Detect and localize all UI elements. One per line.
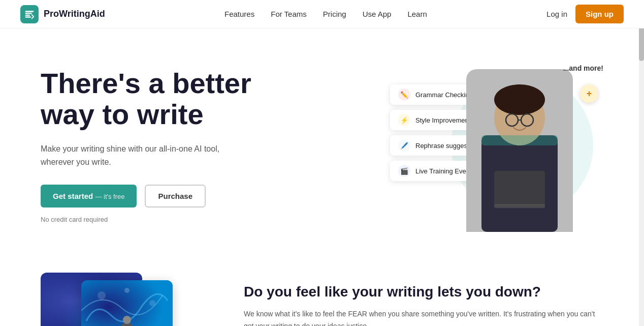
scrollbar-track[interactable] (639, 0, 644, 326)
nav-actions: Log in Sign up (546, 5, 624, 23)
training-icon: 🎬 (398, 165, 410, 177)
svg-point-11 (124, 288, 130, 293)
svg-point-14 (123, 316, 131, 324)
plus-badge: + (580, 84, 598, 103)
hero-right: ✏️ Grammar Checking ⚡ Style Improvements… (390, 59, 603, 232)
hero-buttons: Get started — it's free Purchase (41, 185, 251, 208)
starry-card-front: My idea in my head (81, 280, 173, 326)
login-button[interactable]: Log in (546, 10, 567, 18)
hero-subtitle: Make your writing shine with our all-in-… (41, 142, 244, 168)
logo-icon (20, 5, 39, 23)
nav-for-teams[interactable]: For Teams (271, 10, 307, 18)
nav-features[interactable]: Features (224, 10, 254, 18)
hero-title: There's a better way to write (41, 68, 251, 130)
svg-rect-3 (494, 171, 545, 206)
no-credit-text: No credit card required (41, 216, 251, 223)
svg-rect-8 (481, 135, 558, 145)
second-section: My idea in my head Do you feel like your… (0, 252, 644, 326)
signup-button[interactable]: Sign up (575, 5, 624, 23)
nav-links: Features For Teams Pricing Use App Learn (224, 10, 427, 19)
style-icon: ⚡ (398, 114, 410, 126)
person-silhouette (466, 69, 573, 232)
logo-text: ProWritingAid (44, 9, 105, 19)
svg-rect-4 (494, 204, 545, 208)
svg-point-12 (149, 300, 155, 306)
svg-point-10 (98, 291, 106, 300)
nav-learn[interactable]: Learn (407, 10, 427, 18)
hero-left: There's a better way to write Make your … (41, 68, 251, 223)
nav-use-app[interactable]: Use App (363, 10, 392, 18)
and-more-text: ...and more! (563, 64, 603, 72)
purchase-button[interactable]: Purchase (145, 185, 206, 208)
get-started-button[interactable]: Get started — it's free (41, 185, 137, 208)
svg-point-2 (494, 84, 545, 115)
second-right-text: Do you feel like your writing lets you d… (244, 273, 603, 326)
second-title: Do you feel like your writing lets you d… (244, 283, 603, 301)
hero-person-illustration (466, 69, 573, 232)
hero-section: There's a better way to write Make your … (0, 28, 644, 252)
nav-pricing[interactable]: Pricing (323, 10, 346, 18)
rephrase-icon: 🖊️ (398, 139, 410, 152)
logo-link[interactable]: ProWritingAid (20, 5, 105, 23)
navbar: ProWritingAid Features For Teams Pricing… (0, 0, 644, 28)
second-text: We know what it's like to feel the FEAR … (244, 308, 603, 326)
second-left-illustration: My idea in my head (41, 273, 213, 326)
grammar-icon: ✏️ (398, 88, 410, 101)
